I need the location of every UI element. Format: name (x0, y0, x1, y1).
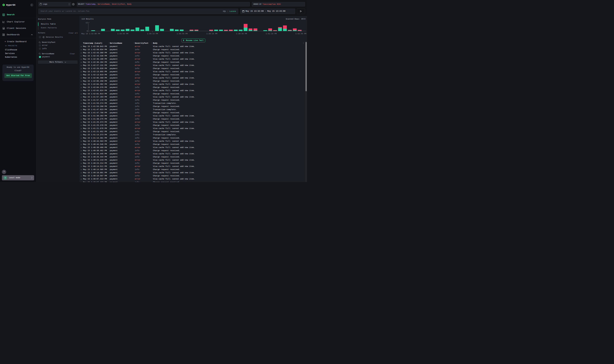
svg-text:12: 12 (86, 22, 88, 24)
svg-text:1:36:45 PM: 1:36:45 PM (177, 33, 188, 35)
svg-text:1:33:45 PM: 1:33:45 PM (117, 33, 128, 35)
svg-text:1:41:15 PM: 1:41:15 PM (266, 33, 277, 35)
svg-text:1:38:15 PM: 1:38:15 PM (206, 33, 217, 35)
svg-text:1:39:45 PM: 1:39:45 PM (236, 33, 247, 35)
svg-text:May 15 1:32:00 PM: May 15 1:32:00 PM (81, 33, 100, 35)
svg-text:1:35:15 PM: 1:35:15 PM (147, 33, 158, 35)
svg-text:0: 0 (87, 30, 88, 32)
svg-text:1:42:45 PM: 1:42:45 PM (295, 33, 306, 35)
